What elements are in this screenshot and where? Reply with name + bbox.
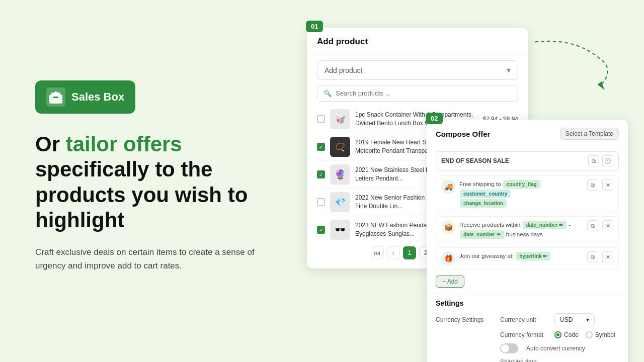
msg2-copy-icon[interactable]: ⧉ [587,220,598,231]
currency-format-label: Currency format [500,331,550,338]
offer-title-row: END OF SEASON SALE ⧉ 🕐 [436,151,619,170]
tag-customer-country[interactable]: customer_country [460,190,511,198]
shipping-icon: 🚚 [441,179,455,194]
settings-section: Settings Currency Settings Currency unit… [427,294,628,362]
auto-convert-row: Auto convert currency [436,343,619,353]
product-img-5: 🕶️ [330,220,350,240]
tag-country-flag[interactable]: country_flag [503,180,540,189]
logo[interactable]: Sales Box [35,80,135,114]
giveaway-icon: 🎁 [441,251,455,265]
compose-title: Compose Offer [436,130,490,138]
pagination-prev[interactable]: ‹ [387,246,400,259]
product-checkbox-2[interactable] [317,143,325,151]
radio-code[interactable]: Code [554,331,579,338]
package-icon: 📦 [441,220,455,234]
currency-format-row: Currency format Code Symbol [436,331,619,338]
message-row-2: 📦 Receive products within date_number ✏ … [436,216,619,243]
currency-format-radio-group: Code Symbol [554,331,615,338]
pagination-first[interactable]: ⏮ [371,246,384,259]
search-icon: 🔍 [324,89,332,97]
tag-date-number-2[interactable]: date_number ✏ [460,230,504,239]
pagination-page-1[interactable]: 1 [403,246,416,259]
currency-unit-label: Currency unit [500,316,550,323]
currency-unit-dropdown[interactable]: USD ▾ [554,313,595,326]
tag-change-location[interactable]: change_location [460,199,507,208]
message-content-2: Receive products within date_number ✏ - … [459,220,583,239]
panel-02-wrapper: 02 Compose Offer Select a Template END O… [427,120,628,362]
offer-title-text: END OF SEASON SALE [441,157,585,164]
message-row-1: 🚚 Free shipping to country_flag customer… [436,175,619,212]
tag-date-number-1[interactable]: date_number ✏ [523,221,567,229]
logo-icon [46,87,65,107]
message-content-1: Free shipping to country_flag customer_c… [459,179,583,208]
message-content-3: Join our giveaway at: hyperlink ✏ [459,251,583,261]
dashed-arrow-decoration [522,31,613,97]
product-img-3: 🔮 [330,164,350,185]
msg3-delete-icon[interactable]: ✕ [602,251,613,262]
offer-clock-icon[interactable]: 🕐 [602,155,613,166]
panel-01-header: Add product [307,28,528,53]
radio-code-circle [554,331,561,338]
msg3-copy-icon[interactable]: ⧉ [587,251,598,262]
panel-02: Compose Offer Select a Template END OF S… [427,120,628,362]
product-img-1: 🥡 [330,109,350,129]
currency-format-control: Code Symbol [554,331,619,338]
left-content: Sales Box Or tailor offers specifically … [35,80,297,273]
currency-unit-control: USD ▾ [554,313,619,326]
radio-symbol[interactable]: Symbol [586,331,615,338]
svg-rect-3 [53,97,58,98]
shipping-display-label: Shipping time display [500,358,550,362]
tag-hyperlink[interactable]: hyperlink ✏ [516,252,550,260]
logo-text: Sales Box [71,90,124,104]
select-template-button[interactable]: Select a Template [560,128,619,140]
radio-symbol-circle [586,331,593,338]
product-checkbox-5[interactable] [317,226,325,234]
settings-title: Settings [436,299,619,307]
offer-copy-icon[interactable]: ⧉ [588,155,599,166]
subtext: Craft exclusive deals on certain items t… [35,245,277,273]
product-checkbox-3[interactable] [317,170,325,178]
panel-02-container: 02 Compose Offer Select a Template END O… [427,120,628,362]
auto-convert-toggle[interactable] [500,343,518,353]
product-checkbox-1[interactable] [317,115,325,123]
add-product-dropdown[interactable]: Add product ▾ [317,60,518,80]
headline: Or tailor offers specifically to the pro… [35,132,297,233]
product-checkbox-4[interactable] [317,198,325,206]
compose-header: Compose Offer Select a Template [427,120,628,145]
product-img-4: 💎 [330,192,350,212]
step-01-badge: 01 [306,21,323,32]
step-02-badge: 02 [426,113,443,124]
chevron-down-icon: ▾ [507,65,511,75]
auto-convert-label: Auto convert currency [526,345,585,352]
msg2-delete-icon[interactable]: ✕ [602,220,613,231]
currency-settings-row: Currency Settings Currency unit USD ▾ [436,313,619,326]
message-row-3: 🎁 Join our giveaway at: hyperlink ✏ ⧉ ✕ [436,247,619,269]
currency-settings-label: Currency Settings [436,316,496,323]
compose-body: END OF SEASON SALE ⧉ 🕐 🚚 Free shipping t… [427,145,628,294]
msg1-copy-icon[interactable]: ⧉ [587,179,598,191]
search-input[interactable] [336,89,512,97]
add-message-button[interactable]: + Add [436,276,464,288]
msg1-delete-icon[interactable]: ✕ [602,179,613,191]
product-img-2: 📿 [330,137,350,157]
time-settings-row: Time Settings Shipping time display Numb… [436,358,619,362]
search-bar: 🔍 [317,85,518,102]
chevron-down-icon: ▾ [586,316,589,323]
